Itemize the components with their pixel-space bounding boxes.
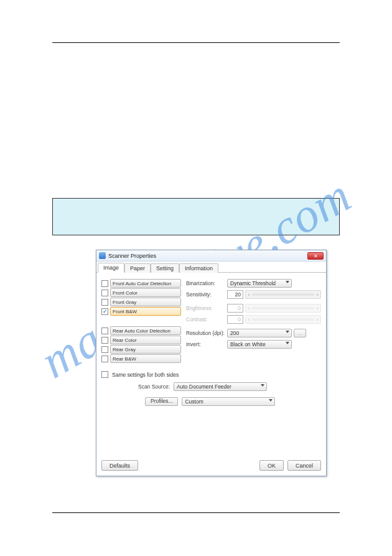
brightness-label: Brightness: [186, 305, 227, 311]
binarization-dropdown[interactable]: Dynamic Threshold [227, 279, 292, 288]
btn-rear-gray[interactable]: Rear Gray [110, 345, 181, 354]
btn-front-color[interactable]: Front Color [110, 288, 181, 297]
sensitivity-slider[interactable]: ‹› [245, 290, 321, 299]
chevron-down-icon [269, 399, 273, 402]
btn-front-auto-color[interactable]: Front Auto Color Detection [110, 279, 181, 288]
checkbox-front-color[interactable] [101, 290, 108, 296]
dialog-title: Scanner Properties [108, 253, 307, 259]
scan-source-dropdown[interactable]: Auto Document Feeder [174, 382, 267, 391]
rear-bw-row: Rear B&W [101, 354, 181, 363]
btn-rear-auto-color[interactable]: Rear Auto Color Detection [110, 326, 181, 335]
resolution-extra-button[interactable]: … [294, 329, 306, 337]
btn-front-bw[interactable]: Front B&W [110, 307, 181, 316]
rear-gray-row: Rear Gray [101, 345, 181, 354]
checkbox-front-auto-color[interactable] [101, 280, 108, 287]
invert-label: Invert: [186, 341, 227, 347]
contrast-slider: ‹› [245, 315, 321, 324]
resolution-label: Resolution (dpi): [186, 330, 227, 336]
checkbox-front-bw[interactable] [101, 308, 108, 315]
rear-color-row: Rear Color [101, 336, 181, 344]
rear-image-group: Rear Auto Color Detection Rear Color Rea… [101, 326, 181, 364]
checkbox-rear-color[interactable] [101, 337, 108, 344]
tab-image[interactable]: Image [98, 263, 124, 273]
tabs: Image Paper Setting Information [96, 262, 326, 273]
contrast-value: 0 [227, 315, 243, 324]
front-image-group: Front Auto Color Detection Front Color F… [101, 279, 181, 316]
brightness-value: 0 [227, 304, 243, 313]
tab-information[interactable]: Information [179, 263, 218, 273]
settings-panel: Binarization: Dynamic Threshold Sensitiv… [186, 279, 321, 351]
checkbox-rear-auto-color[interactable] [101, 327, 108, 334]
sensitivity-value[interactable]: 20 [227, 290, 243, 299]
cancel-button[interactable]: Cancel [287, 460, 321, 471]
titlebar[interactable]: Scanner Properties ✕ [96, 250, 326, 262]
info-band [52, 198, 340, 235]
page-bottom-rule [52, 512, 340, 513]
checkbox-rear-bw[interactable] [101, 356, 108, 362]
sensitivity-label: Sensitivity: [186, 291, 227, 298]
tab-body: Front Auto Color Detection Front Color F… [96, 273, 326, 476]
scan-source-row: Scan Source: Auto Document Feeder [134, 382, 267, 391]
checkbox-front-gray[interactable] [101, 299, 108, 306]
chevron-down-icon [286, 281, 289, 283]
tab-paper[interactable]: Paper [124, 263, 151, 273]
chevron-down-icon [286, 331, 289, 333]
profiles-row: Profiles... Custom [145, 397, 275, 406]
front-auto-color-row: Front Auto Color Detection [101, 279, 181, 288]
scan-source-label: Scan Source: [134, 384, 174, 390]
app-icon [99, 252, 106, 259]
page-top-rule [52, 42, 340, 43]
binarization-label: Binarization: [186, 280, 227, 286]
defaults-button[interactable]: Defaults [101, 460, 138, 471]
same-settings-label: Same settings for both sides [112, 372, 179, 378]
btn-rear-color[interactable]: Rear Color [110, 336, 181, 344]
ok-button[interactable]: OK [259, 460, 284, 471]
checkbox-same-settings[interactable] [101, 371, 108, 378]
brightness-slider: ‹› [245, 304, 321, 313]
resolution-dropdown[interactable]: 200 [227, 329, 292, 337]
profiles-dropdown[interactable]: Custom [182, 397, 275, 406]
btn-rear-bw[interactable]: Rear B&W [110, 354, 181, 363]
checkbox-rear-gray[interactable] [101, 346, 108, 353]
same-settings-row: Same settings for both sides [101, 371, 179, 378]
front-bw-row: Front B&W [101, 307, 181, 316]
profiles-button[interactable]: Profiles... [145, 397, 178, 406]
contrast-label: Contrast: [186, 316, 227, 323]
invert-dropdown[interactable]: Black on White [227, 340, 292, 349]
close-icon[interactable]: ✕ [307, 252, 324, 260]
rear-auto-color-row: Rear Auto Color Detection [101, 326, 181, 335]
front-gray-row: Front Gray [101, 298, 181, 306]
dialog-buttons: Defaults OK Cancel [101, 460, 321, 471]
tab-setting[interactable]: Setting [151, 263, 179, 273]
front-color-row: Front Color [101, 288, 181, 297]
chevron-down-icon [261, 384, 264, 387]
chevron-down-icon [286, 342, 289, 344]
scanner-properties-dialog: Scanner Properties ✕ Image Paper Setting… [96, 250, 327, 476]
btn-front-gray[interactable]: Front Gray [110, 298, 181, 306]
